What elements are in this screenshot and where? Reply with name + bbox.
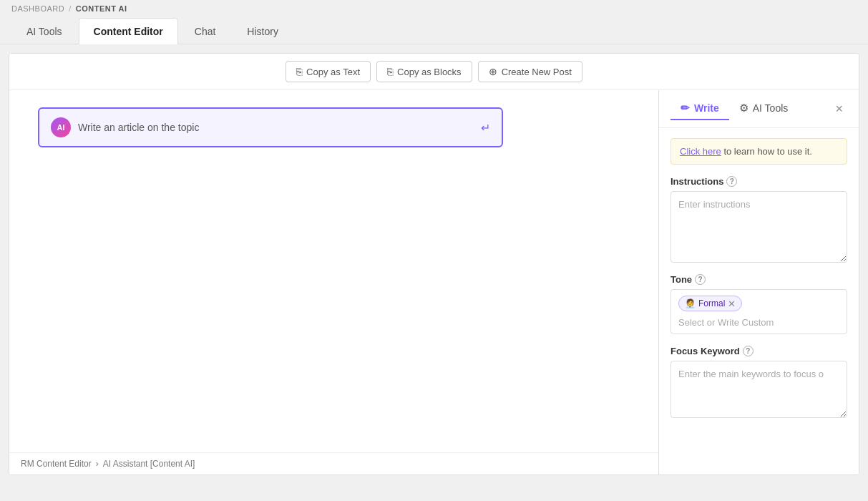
info-banner-text: to learn how to use it. [721,146,812,157]
breadcrumb-current: CONTENT AI [76,4,127,13]
right-sidebar: ✏ Write ⚙ AI Tools × Click here to learn… [658,90,859,475]
editor-footer: RM Content Editor › AI Assistant [Conten… [9,452,658,475]
editor-sidebar-wrap: AI Write an article on the topic ↵ RM Co… [9,90,859,475]
copy-as-blocks-button[interactable]: ⎘ Copy as Blocks [376,61,472,82]
tab-ai-tools[interactable]: AI Tools [11,18,77,44]
info-banner: Click here to learn how to use it. [670,138,847,165]
instructions-label: Instructions ? [670,176,847,187]
ai-input-text: Write an article on the topic [78,122,474,133]
tone-label: Tone ? [670,274,847,285]
tone-selector[interactable]: 🧑‍💼 Formal ✕ Select or Write Custom [670,289,847,334]
focus-keyword-section: Focus Keyword ? [670,346,847,418]
sidebar-close-button[interactable]: × [831,100,847,118]
ai-input-box[interactable]: AI Write an article on the topic ↵ [38,107,503,147]
tone-tag-formal: 🧑‍💼 Formal ✕ [678,296,742,311]
instructions-textarea[interactable] [670,191,847,263]
sidebar-tab-write[interactable]: ✏ Write [670,97,729,120]
tone-tag-label: Formal [698,298,725,308]
tone-placeholder: Select or Write Custom [678,317,839,328]
footer-breadcrumb-2: AI Assistant [Content AI] [103,459,195,469]
breadcrumb-separator: / [69,4,72,13]
tabs-bar: AI Tools Content Editor Chat History [0,17,868,44]
create-new-post-button[interactable]: ⊕ Create New Post [478,61,582,82]
focus-keyword-help-icon[interactable]: ? [743,346,754,356]
copy-text-icon: ⎘ [296,66,302,77]
focus-keyword-label: Focus Keyword ? [670,346,847,356]
tone-tag-remove[interactable]: ✕ [728,299,736,308]
ai-enter-icon: ↵ [481,121,490,135]
write-icon: ✏ [681,102,690,115]
breadcrumb-home: DASHBOARD [11,4,64,13]
main-container: ⎘ Copy as Text ⎘ Copy as Blocks ⊕ Create… [9,53,859,475]
copy-as-text-button[interactable]: ⎘ Copy as Text [286,61,371,82]
tab-content-editor[interactable]: Content Editor [79,18,178,44]
sidebar-header: ✏ Write ⚙ AI Tools × [659,90,859,128]
instructions-help-icon[interactable]: ? [726,176,737,187]
breadcrumb: DASHBOARD / CONTENT AI [0,0,868,17]
instructions-section: Instructions ? [670,176,847,263]
info-banner-link[interactable]: Click here [680,146,721,157]
tab-chat[interactable]: Chat [180,18,231,44]
plus-icon: ⊕ [489,66,497,77]
footer-breadcrumb-1: RM Content Editor [21,459,92,469]
tab-history[interactable]: History [232,18,293,44]
editor-area: AI Write an article on the topic ↵ RM Co… [9,90,658,475]
ai-logo: AI [51,117,71,137]
copy-blocks-icon: ⎘ [387,66,393,77]
footer-separator: › [96,459,99,469]
toolbar: ⎘ Copy as Text ⎘ Copy as Blocks ⊕ Create… [9,54,859,90]
tone-section: Tone ? 🧑‍💼 Formal ✕ Select or Write Cust… [670,274,847,334]
sidebar-tab-ai-tools[interactable]: ⚙ AI Tools [729,97,799,120]
ai-tools-icon: ⚙ [739,102,748,115]
tone-help-icon[interactable]: ? [695,274,706,285]
focus-keyword-textarea[interactable] [670,361,847,418]
tone-tag-emoji: 🧑‍💼 [685,298,696,308]
sidebar-content: Click here to learn how to use it. Instr… [659,128,859,428]
